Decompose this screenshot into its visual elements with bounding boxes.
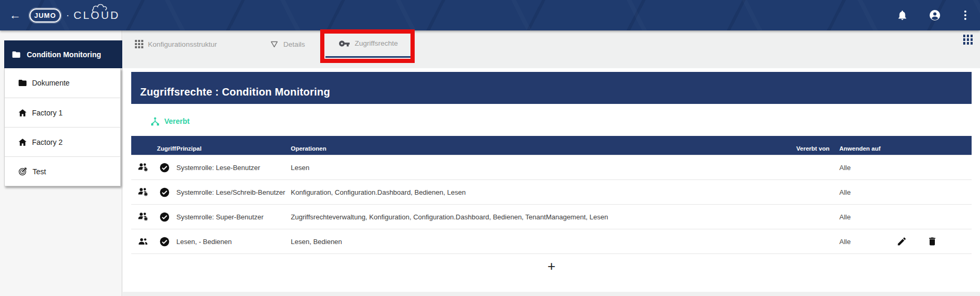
tab-bar: Konfigurationsstruktur Details Zugriffsr… xyxy=(123,30,980,68)
sidebar-item-test[interactable]: Test xyxy=(5,156,120,186)
sidebar-item-label: Factory 1 xyxy=(32,109,62,117)
operations-cell: Konfiguration, Configuration.Dashboard, … xyxy=(291,188,792,196)
sidebar-item-dokumente[interactable]: Dokumente xyxy=(5,68,120,98)
apps-grid-icon[interactable] xyxy=(963,35,973,45)
page-title: Zugriffsrechte : Condition Monitoring xyxy=(140,86,330,98)
system-group-gear-icon xyxy=(131,211,155,223)
jumo-cloud-app: ← JUMO · CLOUD xyxy=(0,0,980,296)
apply-to-cell: Alle xyxy=(833,238,884,246)
filter-icon xyxy=(270,40,279,49)
access-rights-table: Zugriff Prinzipal Operationen Vererbt vo… xyxy=(131,136,972,278)
column-header-zugriff: Zugriff xyxy=(155,145,174,155)
page-header-bar: Zugriffsrechte : Condition Monitoring xyxy=(131,72,972,104)
sidebar-children-card: Dokumente Factory 1 Factory 2 Test xyxy=(4,68,121,186)
main-content: Konfigurationsstruktur Details Zugriffsr… xyxy=(123,30,980,296)
target-icon xyxy=(18,166,28,176)
apply-to-cell: Alle xyxy=(833,164,884,172)
table-row: Systemrolle: Lese/Schreib-Benutzer Konfi… xyxy=(131,179,972,204)
operations-cell: Lesen, Bedienen xyxy=(291,238,792,246)
access-granted-check-icon xyxy=(155,163,174,173)
add-entry-button[interactable]: + xyxy=(542,259,561,273)
cloud-outline-icon xyxy=(91,2,119,13)
system-group-gear-icon xyxy=(131,162,155,173)
table-row: Lesen, - Bedienen Lesen, Bedienen Alle xyxy=(131,229,972,253)
tab-details[interactable]: Details xyxy=(260,30,315,58)
column-header-anwenden-auf: Anwenden auf xyxy=(833,145,884,155)
sidebar-item-label: Condition Monitoring xyxy=(27,50,101,59)
home-icon xyxy=(18,138,27,147)
group-icon xyxy=(131,236,155,247)
navigation-sidebar: Condition Monitoring Dokumente Factory 1… xyxy=(0,30,122,296)
table-row: Systemrolle: Lese-Benutzer Lesen Alle xyxy=(131,155,972,179)
sidebar-item-label: Dokumente xyxy=(32,79,70,87)
hierarchy-icon xyxy=(150,117,160,126)
access-granted-check-icon xyxy=(155,212,174,222)
inherited-toggle[interactable]: Vererbt xyxy=(150,115,980,128)
home-icon xyxy=(18,108,27,118)
inherited-label: Vererbt xyxy=(164,117,189,125)
operations-cell: Zugriffsrechteverwaltung, Konfiguration,… xyxy=(291,213,792,221)
account-circle-icon[interactable] xyxy=(929,9,941,22)
tab-konfigurationsstruktur[interactable]: Konfigurationsstruktur xyxy=(129,30,223,58)
sidebar-item-factory-2[interactable]: Factory 2 xyxy=(5,127,120,156)
principal-cell: Systemrolle: Super-Benutzer xyxy=(174,213,291,221)
sidebar-item-label: Factory 2 xyxy=(32,138,62,146)
principal-cell: Systemrolle: Lese/Schreib-Benutzer xyxy=(174,188,291,196)
access-granted-check-icon xyxy=(155,237,174,247)
jumo-logo: JUMO xyxy=(29,8,61,23)
tab-zugriffsrechte[interactable]: Zugriffsrechte xyxy=(325,30,411,58)
principal-cell: Systemrolle: Lese-Benutzer xyxy=(174,164,291,172)
tab-label: Konfigurationsstruktur xyxy=(148,40,217,48)
folder-icon xyxy=(18,78,27,88)
sidebar-item-label: Test xyxy=(33,167,46,176)
table-row: Systemrolle: Super-Benutzer Zugriffsrech… xyxy=(131,204,972,229)
folder-icon xyxy=(12,50,21,59)
sidebar-item-condition-monitoring[interactable]: Condition Monitoring xyxy=(4,40,122,68)
table-header-row: Zugriff Prinzipal Operationen Vererbt vo… xyxy=(131,136,972,155)
back-arrow-icon[interactable]: ← xyxy=(8,8,22,22)
column-header-vererbt-von: Vererbt von xyxy=(792,145,833,155)
jumo-logo-text: JUMO xyxy=(34,12,56,19)
edit-pencil-icon[interactable] xyxy=(897,236,907,247)
column-header-operationen: Operationen xyxy=(291,145,792,155)
column-header-prinzipal: Prinzipal xyxy=(174,145,291,155)
notifications-bell-icon[interactable] xyxy=(896,9,909,22)
top-navbar: ← JUMO · CLOUD xyxy=(0,0,980,30)
brand-separator: · xyxy=(66,10,69,21)
principal-cell: Lesen, - Bedienen xyxy=(174,238,291,246)
bottom-strip xyxy=(123,292,980,296)
delete-trash-icon[interactable] xyxy=(927,236,937,247)
key-icon xyxy=(339,38,350,49)
apply-to-cell: Alle xyxy=(833,188,884,196)
access-granted-check-icon xyxy=(155,187,174,197)
tab-label: Zugriffsrechte xyxy=(355,39,398,47)
operations-cell: Lesen xyxy=(291,164,792,172)
grid-icon xyxy=(135,40,143,48)
overflow-menu-icon[interactable] xyxy=(961,9,970,21)
system-group-gear-icon xyxy=(131,186,155,198)
apply-to-cell: Alle xyxy=(833,213,884,221)
add-entry-row: + xyxy=(131,253,972,278)
sidebar-item-factory-1[interactable]: Factory 1 xyxy=(5,98,120,127)
cloud-wordmark: CLOUD xyxy=(73,9,120,22)
tab-label: Details xyxy=(283,40,305,48)
